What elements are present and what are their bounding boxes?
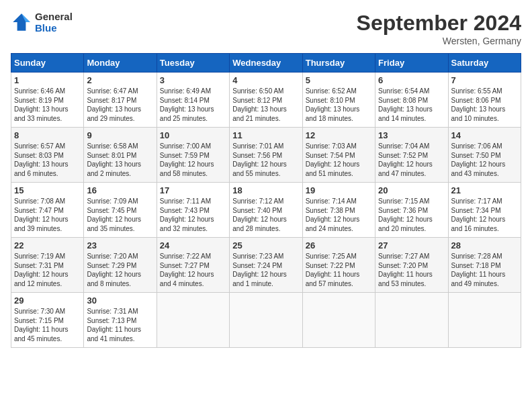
- table-row: 17Sunrise: 7:11 AM Sunset: 7:43 PM Dayli…: [157, 183, 229, 238]
- day-number: 21: [451, 185, 518, 195]
- col-wednesday: Wednesday: [230, 54, 302, 73]
- table-row: 6Sunrise: 6:54 AM Sunset: 8:08 PM Daylig…: [375, 73, 448, 128]
- col-sunday: Sunday: [11, 54, 84, 73]
- day-number: 17: [160, 185, 226, 195]
- week-row-4: 22Sunrise: 7:19 AM Sunset: 7:31 PM Dayli…: [11, 238, 521, 293]
- table-row: 19Sunrise: 7:14 AM Sunset: 7:38 PM Dayli…: [302, 183, 375, 238]
- day-number: 25: [232, 240, 299, 250]
- day-number: 29: [14, 295, 81, 306]
- day-number: 14: [451, 130, 518, 140]
- cell-content: Sunrise: 6:46 AM Sunset: 8:19 PM Dayligh…: [14, 87, 81, 123]
- calendar-table: Sunday Monday Tuesday Wednesday Thursday…: [11, 53, 521, 348]
- day-number: 26: [306, 240, 372, 250]
- day-number: 28: [451, 240, 518, 250]
- day-number: 27: [378, 240, 445, 250]
- day-number: 5: [306, 75, 372, 85]
- day-number: 15: [14, 185, 81, 195]
- header-row: Sunday Monday Tuesday Wednesday Thursday…: [11, 54, 521, 73]
- table-row: [375, 293, 448, 348]
- table-row: [157, 293, 229, 348]
- table-row: 11Sunrise: 7:01 AM Sunset: 7:56 PM Dayli…: [230, 128, 302, 183]
- day-number: 11: [232, 130, 299, 140]
- logo-icon: [11, 11, 32, 33]
- table-row: 3Sunrise: 6:49 AM Sunset: 8:14 PM Daylig…: [157, 73, 229, 128]
- col-thursday: Thursday: [302, 54, 375, 73]
- table-row: 22Sunrise: 7:19 AM Sunset: 7:31 PM Dayli…: [11, 238, 84, 293]
- page-header: General Blue September 2024 Wersten, Ger…: [11, 11, 521, 46]
- table-row: 30Sunrise: 7:31 AM Sunset: 7:13 PM Dayli…: [84, 293, 157, 348]
- table-row: 21Sunrise: 7:17 AM Sunset: 7:34 PM Dayli…: [448, 183, 521, 238]
- table-row: 12Sunrise: 7:03 AM Sunset: 7:54 PM Dayli…: [302, 128, 375, 183]
- day-number: 20: [378, 185, 445, 195]
- cell-content: Sunrise: 6:52 AM Sunset: 8:10 PM Dayligh…: [306, 87, 372, 123]
- day-number: 12: [306, 130, 372, 140]
- col-tuesday: Tuesday: [157, 54, 229, 73]
- col-friday: Friday: [375, 54, 448, 73]
- day-number: 19: [306, 185, 372, 195]
- cell-content: Sunrise: 6:49 AM Sunset: 8:14 PM Dayligh…: [160, 87, 226, 123]
- cell-content: Sunrise: 7:17 AM Sunset: 7:34 PM Dayligh…: [451, 197, 518, 233]
- day-number: 4: [232, 75, 299, 85]
- location: Wersten, Germany: [357, 36, 521, 46]
- day-number: 9: [87, 130, 153, 140]
- table-row: 2Sunrise: 6:47 AM Sunset: 8:17 PM Daylig…: [84, 73, 157, 128]
- table-row: 4Sunrise: 6:50 AM Sunset: 8:12 PM Daylig…: [230, 73, 302, 128]
- logo-text: General Blue: [35, 11, 73, 34]
- cell-content: Sunrise: 6:57 AM Sunset: 8:03 PM Dayligh…: [14, 142, 81, 178]
- col-saturday: Saturday: [448, 54, 521, 73]
- day-number: 23: [87, 240, 153, 250]
- table-row: 28Sunrise: 7:28 AM Sunset: 7:18 PM Dayli…: [448, 238, 521, 293]
- day-number: 16: [87, 185, 153, 195]
- cell-content: Sunrise: 6:55 AM Sunset: 8:06 PM Dayligh…: [451, 87, 518, 123]
- table-row: 8Sunrise: 6:57 AM Sunset: 8:03 PM Daylig…: [11, 128, 84, 183]
- day-number: 3: [160, 75, 226, 85]
- day-number: 18: [232, 185, 299, 195]
- day-number: 24: [160, 240, 226, 250]
- cell-content: Sunrise: 7:20 AM Sunset: 7:29 PM Dayligh…: [87, 252, 153, 288]
- cell-content: Sunrise: 6:58 AM Sunset: 8:01 PM Dayligh…: [87, 142, 153, 178]
- table-row: 10Sunrise: 7:00 AM Sunset: 7:59 PM Dayli…: [157, 128, 229, 183]
- cell-content: Sunrise: 6:54 AM Sunset: 8:08 PM Dayligh…: [378, 87, 445, 123]
- cell-content: Sunrise: 6:50 AM Sunset: 8:12 PM Dayligh…: [232, 87, 299, 123]
- cell-content: Sunrise: 7:28 AM Sunset: 7:18 PM Dayligh…: [451, 252, 518, 288]
- table-row: [448, 293, 521, 348]
- month-title: September 2024: [357, 11, 521, 36]
- cell-content: Sunrise: 7:27 AM Sunset: 7:20 PM Dayligh…: [378, 252, 445, 288]
- cell-content: Sunrise: 7:30 AM Sunset: 7:15 PM Dayligh…: [14, 307, 81, 343]
- day-number: 10: [160, 130, 226, 140]
- week-row-3: 15Sunrise: 7:08 AM Sunset: 7:47 PM Dayli…: [11, 183, 521, 238]
- table-row: 7Sunrise: 6:55 AM Sunset: 8:06 PM Daylig…: [448, 73, 521, 128]
- table-row: 25Sunrise: 7:23 AM Sunset: 7:24 PM Dayli…: [230, 238, 302, 293]
- week-row-2: 8Sunrise: 6:57 AM Sunset: 8:03 PM Daylig…: [11, 128, 521, 183]
- table-row: 16Sunrise: 7:09 AM Sunset: 7:45 PM Dayli…: [84, 183, 157, 238]
- cell-content: Sunrise: 7:03 AM Sunset: 7:54 PM Dayligh…: [306, 142, 372, 178]
- table-row: 24Sunrise: 7:22 AM Sunset: 7:27 PM Dayli…: [157, 238, 229, 293]
- table-row: 18Sunrise: 7:12 AM Sunset: 7:40 PM Dayli…: [230, 183, 302, 238]
- table-row: 5Sunrise: 6:52 AM Sunset: 8:10 PM Daylig…: [302, 73, 375, 128]
- cell-content: Sunrise: 6:47 AM Sunset: 8:17 PM Dayligh…: [87, 87, 153, 123]
- cell-content: Sunrise: 7:06 AM Sunset: 7:50 PM Dayligh…: [451, 142, 518, 178]
- table-row: 13Sunrise: 7:04 AM Sunset: 7:52 PM Dayli…: [375, 128, 448, 183]
- cell-content: Sunrise: 7:25 AM Sunset: 7:22 PM Dayligh…: [306, 252, 372, 288]
- title-block: September 2024 Wersten, Germany: [357, 11, 521, 46]
- table-row: 26Sunrise: 7:25 AM Sunset: 7:22 PM Dayli…: [302, 238, 375, 293]
- table-row: 9Sunrise: 6:58 AM Sunset: 8:01 PM Daylig…: [84, 128, 157, 183]
- table-row: 20Sunrise: 7:15 AM Sunset: 7:36 PM Dayli…: [375, 183, 448, 238]
- col-monday: Monday: [84, 54, 157, 73]
- day-number: 2: [87, 75, 153, 85]
- cell-content: Sunrise: 7:23 AM Sunset: 7:24 PM Dayligh…: [232, 252, 299, 288]
- table-row: 14Sunrise: 7:06 AM Sunset: 7:50 PM Dayli…: [448, 128, 521, 183]
- day-number: 30: [87, 295, 153, 306]
- table-row: [230, 293, 302, 348]
- table-row: 27Sunrise: 7:27 AM Sunset: 7:20 PM Dayli…: [375, 238, 448, 293]
- logo: General Blue: [11, 11, 73, 34]
- cell-content: Sunrise: 7:12 AM Sunset: 7:40 PM Dayligh…: [232, 197, 299, 233]
- cell-content: Sunrise: 7:19 AM Sunset: 7:31 PM Dayligh…: [14, 252, 81, 288]
- table-row: 1Sunrise: 6:46 AM Sunset: 8:19 PM Daylig…: [11, 73, 84, 128]
- cell-content: Sunrise: 7:04 AM Sunset: 7:52 PM Dayligh…: [378, 142, 445, 178]
- cell-content: Sunrise: 7:15 AM Sunset: 7:36 PM Dayligh…: [378, 197, 445, 233]
- table-row: [302, 293, 375, 348]
- cell-content: Sunrise: 7:01 AM Sunset: 7:56 PM Dayligh…: [232, 142, 299, 178]
- cell-content: Sunrise: 7:11 AM Sunset: 7:43 PM Dayligh…: [160, 197, 226, 233]
- week-row-5: 29Sunrise: 7:30 AM Sunset: 7:15 PM Dayli…: [11, 293, 521, 348]
